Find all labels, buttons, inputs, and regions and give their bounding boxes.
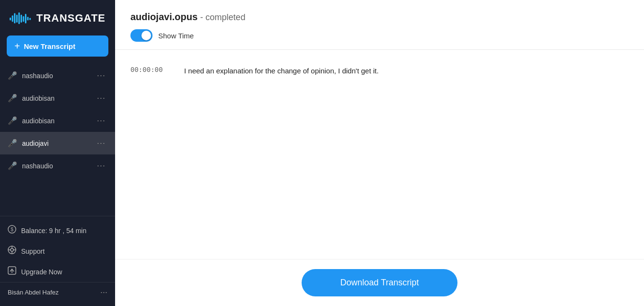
balance-label: Balance: 9 hr , 54 min (21, 227, 86, 235)
mic-icon: 🎤 (8, 139, 17, 148)
plus-icon: + (14, 41, 20, 51)
user-row[interactable]: Bisán Abdel Hafez ··· (0, 282, 115, 302)
logo-wave-icon (10, 9, 32, 28)
upgrade-icon (8, 266, 16, 277)
svg-rect-2 (14, 13, 15, 23)
more-menu-button[interactable]: ··· (95, 70, 107, 82)
balance-icon: $ (8, 225, 16, 236)
user-label: Bisán Abdel Hafez (8, 289, 95, 296)
more-menu-button[interactable]: ··· (95, 137, 107, 149)
mic-icon: 🎤 (8, 161, 17, 170)
transcript-text: I need an explanation for the change of … (184, 65, 379, 77)
sidebar-item-label: nashaudio (22, 162, 90, 170)
sidebar-bottom: $ Balance: 9 hr , 54 min Support (0, 216, 115, 306)
svg-rect-6 (23, 16, 24, 22)
logo-text: TRANSGATE (36, 12, 105, 24)
main-content: audiojavi.opus - completed Show Time 00:… (115, 0, 644, 306)
show-time-toggle[interactable] (130, 29, 152, 42)
file-title: audiojavi.opus - completed (130, 12, 629, 23)
logo-area: TRANSGATE (0, 0, 115, 35)
file-name: audiojavi.opus (130, 12, 198, 22)
new-transcript-label: New Transcript (24, 42, 76, 50)
show-time-label: Show Time (158, 32, 194, 40)
download-transcript-button[interactable]: Download Transcript (302, 269, 457, 296)
svg-rect-1 (12, 15, 13, 22)
user-more-button[interactable]: ··· (100, 287, 107, 297)
timestamp: 00:00:00 (130, 65, 169, 73)
svg-rect-5 (21, 14, 22, 23)
toggle-track (130, 29, 152, 42)
svg-rect-3 (16, 14, 18, 23)
file-status: - completed (200, 12, 246, 22)
new-transcript-button[interactable]: + New Transcript (7, 35, 108, 57)
svg-rect-9 (29, 18, 31, 20)
sidebar-item-audiojavi[interactable]: 🎤 audiojavi ··· (0, 132, 115, 154)
mic-icon: 🎤 (8, 94, 17, 103)
sidebar-item-audiobisan-1[interactable]: 🎤 audiobisan ··· (0, 87, 115, 109)
main-header: audiojavi.opus - completed Show Time (115, 0, 644, 50)
transcript-body: 00:00:00 I need an explanation for the c… (115, 50, 644, 259)
svg-rect-8 (27, 17, 29, 21)
svg-text:$: $ (11, 227, 13, 232)
svg-rect-0 (10, 17, 11, 20)
more-menu-button[interactable]: ··· (95, 92, 107, 104)
svg-rect-4 (18, 12, 20, 24)
sidebar-item-label: nashaudio (22, 72, 90, 80)
upgrade-label: Upgrade Now (21, 268, 62, 276)
mic-icon: 🎤 (8, 116, 17, 125)
sidebar-item-label: audiojavi (22, 140, 90, 147)
download-btn-container: Download Transcript (115, 259, 644, 306)
svg-point-13 (11, 248, 13, 251)
svg-rect-7 (25, 14, 26, 24)
mic-icon: 🎤 (8, 71, 17, 80)
upgrade-item[interactable]: Upgrade Now (0, 261, 115, 282)
toggle-row: Show Time (130, 29, 629, 42)
balance-item: $ Balance: 9 hr , 54 min (0, 220, 115, 241)
sidebar-list: 🎤 nashaudio ··· 🎤 audiobisan ··· 🎤 audio… (0, 62, 115, 216)
more-menu-button[interactable]: ··· (95, 115, 107, 127)
support-item[interactable]: Support (0, 241, 115, 261)
sidebar-item-nashaudio-1[interactable]: 🎤 nashaudio ··· (0, 64, 115, 87)
more-menu-button[interactable]: ··· (95, 160, 107, 172)
toggle-thumb (141, 31, 151, 40)
sidebar-item-label: audiobisan (22, 117, 90, 125)
support-icon (8, 246, 16, 257)
sidebar-item-audiobisan-2[interactable]: 🎤 audiobisan ··· (0, 109, 115, 132)
transcript-line: 00:00:00 I need an explanation for the c… (130, 61, 629, 81)
sidebar-item-label: audiobisan (22, 94, 90, 102)
sidebar-item-nashaudio-2[interactable]: 🎤 nashaudio ··· (0, 154, 115, 177)
support-label: Support (21, 247, 45, 255)
sidebar: TRANSGATE + New Transcript 🎤 nashaudio ·… (0, 0, 115, 306)
